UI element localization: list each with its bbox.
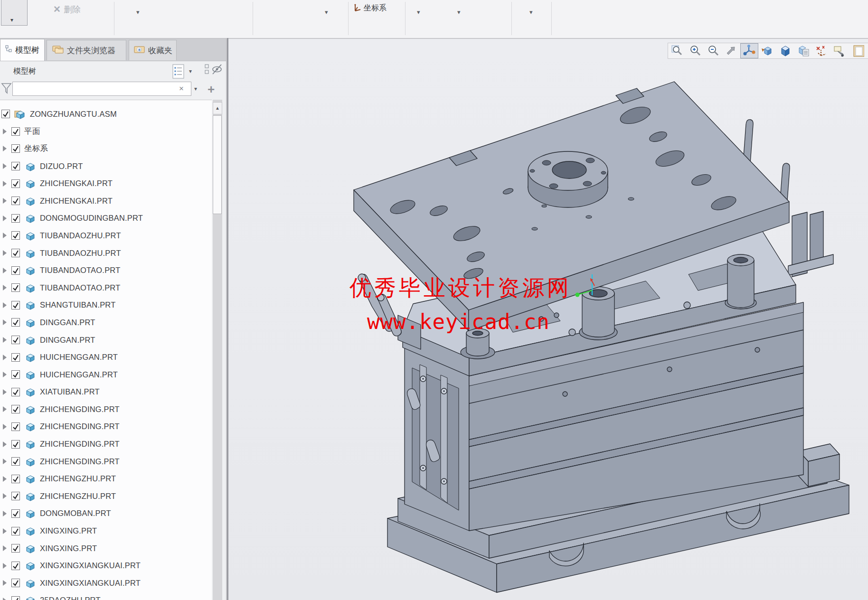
datum-display-icon[interactable] bbox=[812, 44, 830, 58]
zoom-region-icon[interactable] bbox=[668, 44, 686, 58]
spin-center-icon[interactable] bbox=[740, 43, 758, 58]
watermark-line1: 优秀毕业设计资源网 bbox=[349, 273, 572, 303]
zoom-in-icon[interactable] bbox=[686, 44, 704, 58]
refit-icon[interactable] bbox=[722, 44, 740, 58]
model-tree-icon bbox=[5, 45, 12, 55]
saved-orientations-icon[interactable] bbox=[758, 44, 776, 58]
zoom-out-icon[interactable] bbox=[704, 44, 722, 58]
tab-model-tree[interactable]: 模型树 bbox=[0, 39, 45, 61]
annotation-display-icon[interactable] bbox=[830, 44, 849, 58]
clipboard-partial-icon[interactable] bbox=[849, 44, 867, 58]
display-style-icon[interactable] bbox=[776, 44, 794, 58]
watermark-line2: www.keyicad.cn bbox=[367, 309, 550, 334]
tab-label: 模型树 bbox=[15, 45, 39, 56]
view-manager-icon[interactable] bbox=[794, 44, 812, 58]
graphics-toolbar bbox=[668, 43, 868, 59]
